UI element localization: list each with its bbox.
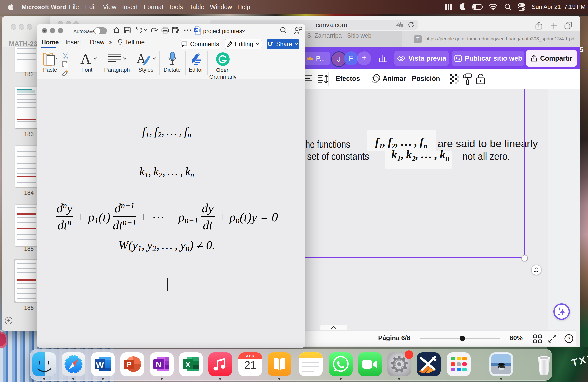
svg-text:文: 文 [400, 24, 402, 27]
svg-text:X: X [185, 360, 191, 369]
svg-text:N: N [156, 360, 162, 369]
svg-text:P: P [126, 360, 132, 368]
svg-text:?: ? [568, 336, 570, 341]
svg-text:A: A [80, 52, 91, 65]
svg-text:W: W [96, 360, 104, 370]
svg-text:W: W [195, 28, 198, 32]
